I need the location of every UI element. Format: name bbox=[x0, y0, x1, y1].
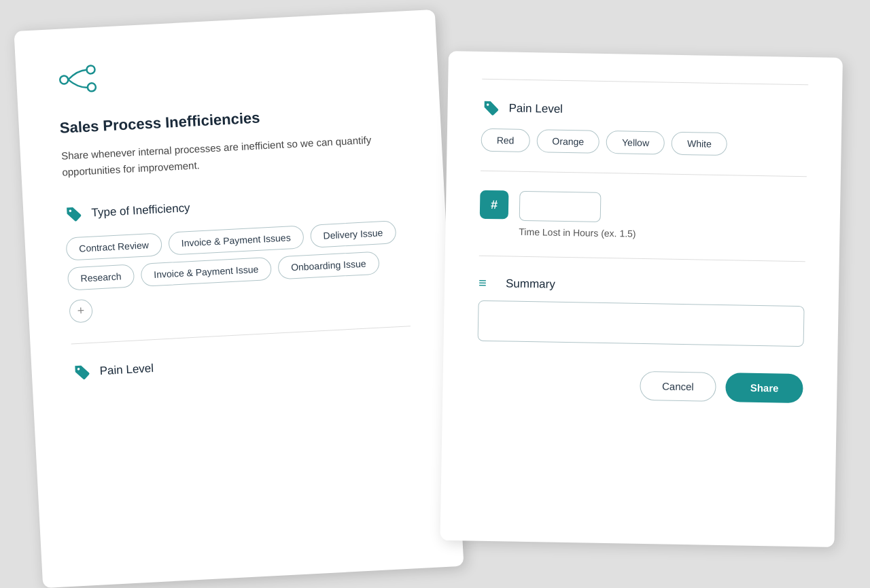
pain-buttons: Red Orange Yellow White bbox=[481, 128, 807, 157]
time-lost-section: # Time Lost in Hours (ex. 1.5) bbox=[479, 190, 806, 242]
summary-section: ≡ Summary bbox=[478, 275, 805, 349]
divider-1 bbox=[71, 326, 411, 344]
summary-input[interactable] bbox=[478, 300, 805, 347]
tag-icon-left bbox=[64, 204, 84, 224]
action-buttons: Cancel Share bbox=[476, 368, 803, 403]
pain-btn-orange[interactable]: Orange bbox=[536, 129, 599, 154]
pain-level-title: Pain Level bbox=[508, 101, 563, 116]
summary-label: Summary bbox=[506, 277, 555, 291]
pain-btn-yellow[interactable]: Yellow bbox=[606, 131, 665, 154]
chips-container: Contract Review Invoice & Payment Issues… bbox=[65, 220, 409, 323]
divider-right-1 bbox=[481, 171, 807, 177]
lines-icon: ≡ bbox=[478, 275, 498, 291]
time-input-wrapper: Time Lost in Hours (ex. 1.5) bbox=[519, 191, 636, 239]
left-card-description: Share whenever internal processes are in… bbox=[60, 130, 402, 180]
svg-point-0 bbox=[60, 75, 69, 84]
top-divider bbox=[482, 79, 808, 85]
page-wrapper: Sales Process Inefficiencies Share whene… bbox=[0, 0, 870, 588]
pain-level-section: Pain Level Red Orange Yellow White bbox=[481, 99, 807, 157]
pain-btn-white[interactable]: White bbox=[672, 132, 727, 156]
pain-btn-red[interactable]: Red bbox=[481, 128, 529, 152]
divider-right-2 bbox=[479, 256, 805, 262]
chip-invoice-payment[interactable]: Invoice & Payment Issues bbox=[168, 225, 304, 255]
pain-level-left: Pain Level bbox=[72, 345, 413, 382]
pain-level-header: Pain Level bbox=[481, 99, 807, 123]
chip-onboarding[interactable]: Onboarding Issue bbox=[277, 251, 379, 279]
hash-icon: # bbox=[480, 190, 509, 220]
add-chip-button[interactable]: + bbox=[69, 298, 93, 323]
type-section-label: Type of Inefficiency bbox=[64, 187, 404, 224]
summary-label-row: ≡ Summary bbox=[478, 275, 805, 296]
share-button[interactable]: Share bbox=[725, 373, 803, 403]
right-card: Pain Level Red Orange Yellow White # Tim… bbox=[440, 51, 842, 547]
brand-icon bbox=[56, 46, 398, 100]
chip-delivery-issue[interactable]: Delivery Issue bbox=[310, 220, 397, 248]
svg-point-1 bbox=[86, 65, 95, 74]
time-lost-hint: Time Lost in Hours (ex. 1.5) bbox=[519, 226, 636, 239]
type-section-title: Type of Inefficiency bbox=[91, 201, 190, 220]
chip-research[interactable]: Research bbox=[67, 264, 135, 290]
left-card: Sales Process Inefficiencies Share whene… bbox=[14, 10, 464, 588]
time-lost-input[interactable] bbox=[519, 191, 602, 222]
chip-contract-review[interactable]: Contract Review bbox=[65, 232, 162, 260]
cancel-button[interactable]: Cancel bbox=[640, 371, 716, 402]
chip-invoice-payment-2[interactable]: Invoice & Payment Issue bbox=[140, 256, 272, 286]
pain-title-left: Pain Level bbox=[99, 362, 154, 378]
svg-point-2 bbox=[88, 83, 97, 92]
tag-icon-pain-left bbox=[72, 362, 92, 382]
tag-icon-pain-right bbox=[481, 99, 500, 118]
